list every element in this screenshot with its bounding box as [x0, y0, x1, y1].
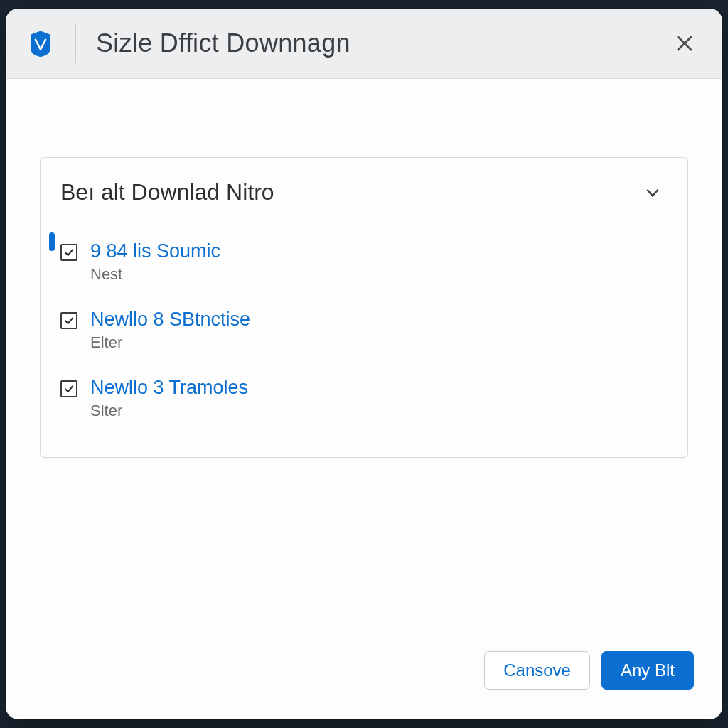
dialog-window: Sizle Dffict Downnagn Beı alt Downlad Ni… — [6, 9, 722, 719]
panel-title: Beı alt Downlad Nitro — [60, 179, 274, 205]
active-indicator — [49, 232, 55, 251]
list-item: Newllo 8 SBtnctise Elter — [60, 296, 668, 365]
spacer — [40, 458, 688, 651]
panel-items: 9 84 lis Soumic Nest Newllo 8 SBtnctise … — [41, 223, 687, 457]
item-checkbox[interactable] — [60, 244, 77, 261]
title-bar: Sizle Dffict Downnagn — [6, 9, 722, 79]
item-checkbox[interactable] — [60, 380, 77, 397]
chevron-down-icon — [642, 182, 663, 203]
download-panel: Beı alt Downlad Nitro 9 84 lis Soumic Ne… — [40, 157, 688, 458]
item-title[interactable]: 9 84 lis Soumic — [90, 240, 220, 264]
item-text-group: Newllo 8 SBtnctise Elter — [90, 308, 250, 352]
item-subtitle: Elter — [90, 333, 250, 352]
cancel-button[interactable]: Cansove — [484, 651, 590, 690]
item-text-group: 9 84 lis Soumic Nest — [90, 240, 220, 284]
item-title[interactable]: Newllo 8 SBtnctise — [90, 308, 250, 332]
close-button[interactable] — [668, 27, 701, 60]
list-item: 9 84 lis Soumic Nest — [60, 228, 668, 296]
app-icon — [26, 28, 55, 58]
dialog-title: Sizle Dffict Downnagn — [96, 28, 648, 58]
item-text-group: Newllo 3 Tramoles Slter — [90, 376, 248, 420]
confirm-button[interactable]: Any Blt — [601, 651, 694, 690]
item-subtitle: Nest — [90, 265, 220, 284]
list-item: Newllo 3 Tramoles Slter — [60, 365, 668, 433]
dialog-footer: Cansove Any Blt — [6, 651, 722, 719]
panel-header[interactable]: Beı alt Downlad Nitro — [41, 158, 687, 223]
item-checkbox[interactable] — [60, 312, 77, 329]
item-subtitle: Slter — [90, 402, 248, 420]
title-divider — [75, 24, 76, 63]
dialog-content: Beı alt Downlad Nitro 9 84 lis Soumic Ne… — [6, 79, 722, 651]
item-title[interactable]: Newllo 3 Tramoles — [90, 376, 248, 400]
